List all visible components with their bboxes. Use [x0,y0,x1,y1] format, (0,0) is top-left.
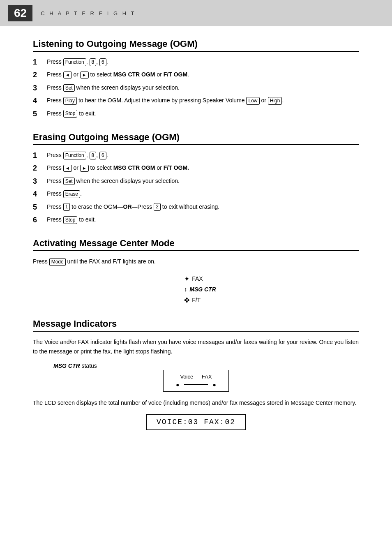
step-content: Press Function, 8, 6. [47,58,359,66]
fax-row: ✦ FAX [184,274,203,284]
step-content: Press Play to hear the OGM. Adjust the v… [47,96,359,105]
activating-body: Press Mode until the FAX and F/T lights … [33,257,359,266]
msg-ctr-row: ↕ MSG CTR [184,285,216,294]
fax-label: FAX [192,274,203,283]
chapter-label: C H A P T E R E I G H T [41,10,136,16]
key-6: 6 [99,58,106,66]
step-content: Press Set when the screen displays your … [47,83,359,92]
high-key: High [268,97,282,105]
low-key: Low [246,97,259,105]
function-key: Function [63,58,86,66]
section-title-erasing: Erasing Outgoing Message (OGM) [33,132,359,145]
status-box-header: Voice FAX [176,374,216,380]
step-1-erasing: 1 Press Function, 8, 6. [33,151,359,160]
step-num: 3 [33,83,43,93]
fax-diagram: ✦ FAX ↕ MSG CTR ✤ F/T [176,274,216,306]
step-2-erasing: 2 Press ◄ or ► to select MSG CTR OGM or … [33,164,359,173]
step-content: Press Erase. [47,189,359,198]
step-content: Press Function, 8, 6. [47,151,359,159]
key-8: 8 [90,152,97,159]
step-1-listening: 1 Press Function, 8, 6. [33,58,359,67]
page-header: 62 C H A P T E R E I G H T [0,0,392,26]
page-number: 62 [8,5,32,21]
ft-ogm-label: F/T OGM. [164,164,189,171]
ft-ogm-label: F/T OGM [164,71,187,78]
msg-ctr-diagram-label: MSG CTR [189,285,216,294]
voice-display-container: VOICE:03 FAX:02 [33,414,359,430]
stop-key: Stop [63,216,78,224]
section-message-indicators: Message Indicators The Voice and/or FAX … [33,319,359,430]
step-num: 5 [33,203,43,212]
step-content: Press Set when the screen displays your … [47,177,359,185]
step-num: 1 [33,151,43,160]
right-arrow-key: ► [80,72,89,78]
msg-ctr-status-label: MSG CTR [53,362,80,369]
step-5-erasing: 5 Press 1 to erase the OGM—OR—Press 2 to… [33,203,359,212]
step-num: 4 [33,96,43,106]
step-num: 1 [33,58,43,67]
fax-diagram-container: ✦ FAX ↕ MSG CTR ✤ F/T [33,274,359,306]
section-erasing-ogm: Erasing Outgoing Message (OGM) 1 Press F… [33,132,359,225]
right-arrow-key: ► [80,165,89,172]
step-6-erasing: 6 Press Stop to exit. [33,215,359,225]
mode-key: Mode [49,258,66,266]
step-num: 2 [33,164,43,173]
indicators-body1: The Voice and/or FAX indicator lights fl… [33,337,359,356]
step-num: 5 [33,109,43,119]
set-key: Set [63,84,75,92]
status-suffix: status [80,362,97,369]
step-content: Press ◄ or ► to select MSG CTR OGM or F/… [47,164,359,172]
step-content: Press 1 to erase the OGM—OR—Press 2 to e… [47,203,359,211]
voice-col-label: Voice [180,374,193,380]
main-content: Listening to Outgoing Message (OGM) 1 Pr… [0,26,392,460]
step-2-listening: 2 Press ◄ or ► to select MSG CTR OGM or … [33,70,359,80]
key-6: 6 [99,152,106,159]
status-label: MSG CTR status [53,362,97,369]
msg-ctr-ogm-label: MSG CTR OGM [113,164,155,171]
fax-col-label: FAX [202,374,212,380]
section-listening-ogm: Listening to Outgoing Message (OGM) 1 Pr… [33,39,359,119]
indicators-body2: The LCD screen displays the total number… [33,398,359,407]
set-key: Set [63,178,75,185]
section-title-listening: Listening to Outgoing Message (OGM) [33,39,359,52]
ft-row: ✤ F/T [184,295,201,306]
step-num: 4 [33,189,43,199]
step-4-erasing: 4 Press Erase. [33,189,359,199]
page: 62 C H A P T E R E I G H T Listening to … [0,0,392,554]
step-num: 2 [33,70,43,80]
left-arrow-key: ◄ [63,72,72,78]
steps-erasing: 1 Press Function, 8, 6. 2 Press ◄ or ► t… [33,151,359,225]
key-8: 8 [90,58,97,66]
voice-dot: ● [176,381,179,388]
step-3-listening: 3 Press Set when the screen displays you… [33,83,359,93]
stop-key: Stop [63,110,78,118]
section-activating: Activating Message Center Mode Press Mod… [33,238,359,305]
step-content: Press Stop to exit. [47,109,359,118]
status-box-dots: ● ● [176,381,216,388]
step-3-erasing: 3 Press Set when the screen displays you… [33,177,359,186]
ft-label: F/T [192,295,201,305]
steps-listening: 1 Press Function, 8, 6. 2 Press ◄ or ► t… [33,58,359,119]
status-box: Voice FAX ● ● [163,370,229,392]
section-title-activating: Activating Message Center Mode [33,238,359,251]
ft-indicator: ✤ [184,295,189,306]
step-num: 6 [33,215,43,225]
key-1: 1 [63,203,70,211]
fax-indicator: ✦ [184,274,189,284]
step-4-listening: 4 Press Play to hear the OGM. Adjust the… [33,96,359,106]
msg-ctr-ogm-label: MSG CTR OGM [113,71,155,78]
step-5-listening: 5 Press Stop to exit. [33,109,359,119]
voice-display-box: VOICE:03 FAX:02 [146,414,246,430]
play-key: Play [63,97,77,105]
msg-ctr-indicator: ↕ [184,285,187,294]
or-label: OR [123,203,132,210]
step-content: Press ◄ or ► to select MSG CTR OGM or F/… [47,70,359,79]
function-key: Function [63,152,86,159]
key-2: 2 [154,203,161,211]
left-arrow-key: ◄ [63,165,72,172]
erase-key: Erase [63,190,80,198]
status-box-container: MSG CTR status Voice FAX ● ● [33,362,359,392]
step-num: 3 [33,177,43,186]
status-line [184,384,208,385]
section-title-indicators: Message Indicators [33,319,359,332]
